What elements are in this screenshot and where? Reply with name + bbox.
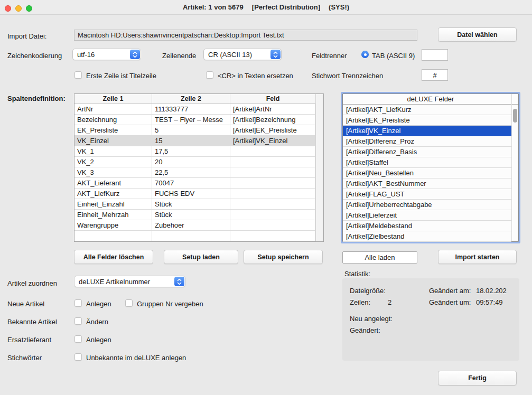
keyword-separator-label: Stichwort Trennzeichen [312,72,383,80]
keywords-create-unknown-checkbox[interactable] [74,353,82,361]
column-header[interactable]: Feld [230,94,315,104]
table-cell: TEST – Flyer – Messe [152,115,230,125]
list-item[interactable]: [Artikel]AKT_LiefKurz [343,105,511,115]
table-row[interactable]: VK_117,5 [74,146,315,157]
save-setup-button[interactable]: Setup speichern [244,250,323,264]
table-cell: VK_1 [74,146,152,157]
list-item[interactable]: [Artikel]Lieferzeit [343,210,511,221]
coldef-rows: ArtNr111333777[Artikel]ArtNrBezeichnungT… [74,104,323,241]
list-scrollbar-thumb[interactable] [513,109,517,123]
table-scrollbar-track[interactable] [315,94,323,241]
clear-all-fields-button[interactable]: Alle Felder löschen [74,250,153,264]
table-cell [230,220,315,231]
substitute-supplier-label: Ersatzlieferant [7,336,51,344]
encoding-value: utf-16 [73,51,130,59]
table-cell: 5 [152,125,230,136]
substitute-supplier-create-checkbox[interactable] [74,335,82,343]
table-cell: 111333777 [152,104,230,115]
new-created-label: Neu angelegt: [350,315,393,323]
cr-replace-checkbox[interactable] [206,71,213,79]
table-cell [230,157,315,167]
tab-separator-radio[interactable] [361,51,369,58]
list-item[interactable]: [Artikel]Differenz_Proz [343,136,511,147]
table-cell: Stück [152,199,230,210]
table-cell: VK_3 [74,167,152,178]
first-line-title-checkbox[interactable] [74,71,82,79]
table-cell: Zubehoer [152,220,230,231]
line-ending-select[interactable]: CR (ASCII 13) [203,49,282,60]
table-cell: VK_Einzel [74,136,152,146]
chevron-up-down-icon [174,277,184,286]
import-file-path-field[interactable] [74,30,417,41]
list-item[interactable]: [Artikel]Meldebestand [343,221,511,231]
table-row[interactable] [74,231,315,241]
load-all-button[interactable]: Alle laden [342,251,417,264]
table-row[interactable]: AKT_LiefKurzFUCHS EDV [74,189,315,199]
window-title-middle: [Perfect Distribution] [252,3,320,11]
assign-group-number-label: Gruppen Nr vergeben [137,300,203,308]
table-row[interactable]: ArtNr111333777[Artikel]ArtNr [74,104,315,115]
table-cell [152,231,230,241]
load-setup-button[interactable]: Setup laden [164,250,238,264]
keyword-separator-field[interactable] [422,69,448,81]
assign-group-number-checkbox[interactable] [125,299,133,307]
new-articles-label: Neue Artikel [7,300,44,308]
import-file-label: Import Datei: [7,32,46,40]
table-cell: 20 [152,157,230,167]
list-item[interactable]: [Artikel]Differenz_Basis [343,147,511,157]
done-button[interactable]: Fertig [438,371,517,385]
assign-articles-value: deLUXE Artikelnummer [74,278,174,286]
changed-label: Geändert: [350,326,380,334]
table-row[interactable]: VK_Einzel15[Artikel]VK_Einzel [74,136,315,146]
assign-articles-select[interactable]: deLUXE Artikelnummer [74,276,185,287]
field-separator-label: Feldtrenner [312,52,347,60]
window-title-suffix: (SYS!) [329,3,349,11]
table-cell: AKT_LiefKurz [74,189,152,199]
list-item[interactable]: [Artikel]VK_Einzel [343,126,511,136]
encoding-select[interactable]: utf-16 [72,49,141,60]
table-cell: VK_2 [74,157,152,167]
table-row[interactable]: BezeichnungTEST – Flyer – Messe[Artikel]… [74,115,315,125]
keywords-create-unknown-label: Unbekannte im deLUXE anlegen [86,354,186,362]
tab-separator-radio-label: TAB (ASCII 9) [372,52,415,60]
first-line-title-label: Erste Zeile ist Titelzeile [86,72,156,80]
table-row[interactable]: Einheit_EinzahlStück [74,199,315,210]
start-import-button[interactable]: Import starten [438,250,517,264]
statistics-box: Dateigröße: Geändert am: 18.02.202 Zeile… [342,278,519,361]
table-cell [230,178,315,189]
list-item[interactable]: [Artikel]AKT_BestNummer [343,178,511,189]
list-item[interactable]: [Artikel]Staffel [343,157,511,168]
table-cell: Bezeichnung [74,115,152,125]
table-row[interactable]: Einheit_MehrzahStück [74,210,315,220]
table-row[interactable]: WarengruppeZubehoer [74,220,315,231]
known-articles-change-checkbox[interactable] [74,317,82,325]
table-cell: 17,5 [152,146,230,157]
table-cell [230,189,315,199]
list-item[interactable]: [Artikel]EK_Preisliste [343,115,511,126]
table-cell [230,199,315,210]
list-item[interactable]: [Artikel]FLAG_UST [343,189,511,200]
table-row[interactable]: AKT_Lieferant70047 [74,178,315,189]
table-row[interactable]: VK_322,5 [74,167,315,178]
list-item[interactable]: [Artikel]Neu_Bestellen [343,168,511,178]
chevron-up-down-icon [270,50,281,59]
lines-value: 2 [388,298,391,306]
table-row[interactable]: EK_Preisliste5[Artikel]EK_Preisliste [74,125,315,136]
assign-articles-label: Artikel zuordnen [7,279,57,287]
table-cell: [Artikel]VK_Einzel [230,136,315,146]
column-header[interactable]: Zeile 1 [74,94,152,104]
line-ending-value: CR (ASCII 13) [204,51,270,59]
list-item[interactable]: [Artikel]Urheberrechtabgabe [343,200,511,210]
new-articles-create-checkbox[interactable] [74,299,82,307]
column-header[interactable]: Zeile 2 [152,94,230,104]
known-articles-label: Bekannte Artikel [7,318,57,326]
custom-separator-field[interactable] [422,49,448,61]
table-cell: EK_Preisliste [74,125,152,136]
known-articles-change-label: Ändern [86,318,108,326]
table-row[interactable]: VK_220 [74,157,315,167]
list-scrollbar-track[interactable] [511,94,518,241]
changed-date-value: 18.02.202 [476,287,507,295]
list-item[interactable]: [Artikel]Zielbestand [343,231,511,242]
choose-file-button[interactable]: Datei wählen [438,27,517,42]
table-cell: AKT_Lieferant [74,178,152,189]
